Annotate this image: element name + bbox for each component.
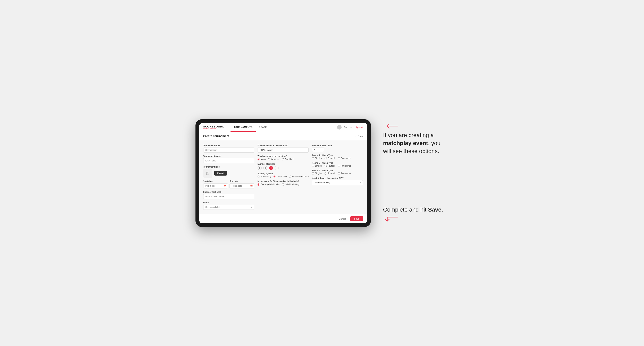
end-date-group: End date 📅 <box>230 180 254 188</box>
round2-fourball-radio[interactable] <box>324 165 327 167</box>
right-column: Maximum Team Size Round 1 - Match Type S… <box>312 145 363 210</box>
gender-womens-radio[interactable] <box>268 158 270 161</box>
sponsor-input[interactable] <box>203 194 254 199</box>
scoring-match[interactable]: Match Play <box>274 175 287 178</box>
tablet-frame: SCOREBOARD Powered by clippt TOURNAMENTS… <box>196 119 371 227</box>
scoring-match-radio[interactable] <box>274 175 276 178</box>
cancel-button[interactable]: Cancel <box>336 216 348 221</box>
gender-mens[interactable]: Mens <box>258 158 266 161</box>
gender-mens-radio[interactable] <box>258 158 260 161</box>
tournament-logo-group: Tournament logo Upload <box>203 166 254 178</box>
svg-point-1 <box>207 173 207 173</box>
scoring-stroke[interactable]: Stroke Play <box>258 175 271 178</box>
round2-foursomes[interactable]: Foursomes <box>338 165 351 167</box>
scoring-medal[interactable]: Medal Match Play <box>289 175 308 178</box>
rounds-group: Number of rounds 1 2 3 4 <box>258 163 308 170</box>
date-row: Start date 📅 End date 📅 <box>203 180 254 188</box>
max-team-label: Maximum Team Size <box>312 145 363 147</box>
gender-womens-label: Womens <box>271 158 279 161</box>
round3-fourball-radio[interactable] <box>324 172 327 174</box>
round2-singles[interactable]: Singles <box>312 165 322 167</box>
arrow-bottom <box>383 215 449 223</box>
round3-fourball-label: Fourball <box>328 172 335 174</box>
round2-match-type: Round 2 - Match Type Singles Fourball <box>312 162 363 167</box>
scoring-medal-radio[interactable] <box>289 175 291 178</box>
teams-individuals[interactable]: Individuals Only <box>282 183 300 185</box>
api-label: Use third-party live scoring API? <box>312 177 363 179</box>
scoring-stroke-label: Stroke Play <box>261 175 271 178</box>
round3-foursomes[interactable]: Foursomes <box>338 172 351 174</box>
scoring-stroke-radio[interactable] <box>258 175 260 178</box>
round2-foursomes-radio[interactable] <box>338 165 340 167</box>
division-label: Which division is the event for? <box>258 145 308 147</box>
round1-foursomes-radio[interactable] <box>338 157 340 159</box>
tournament-name-input[interactable] <box>203 158 254 163</box>
save-button[interactable]: Save <box>350 216 363 221</box>
round3-singles-radio[interactable] <box>312 172 314 174</box>
division-select-wrap: NCAA Division I NCAA Division II NCAA Di… <box>258 148 308 153</box>
round2-singles-radio[interactable] <box>312 165 314 167</box>
round2-label: Round 2 - Match Type <box>312 162 363 164</box>
round3-match-type: Round 3 - Match Type Singles Fourball <box>312 170 363 174</box>
division-select[interactable]: NCAA Division I NCAA Division II NCAA Di… <box>258 148 308 153</box>
tournament-host-label: Tournament Host <box>203 145 254 147</box>
logo-title: SCOREBOARD <box>203 125 224 128</box>
gender-combined-radio[interactable] <box>282 158 284 161</box>
nav-logo: SCOREBOARD Powered by clippt <box>203 125 224 129</box>
round2-foursomes-label: Foursomes <box>341 165 351 167</box>
round1-singles-label: Singles <box>315 157 322 159</box>
round1-foursomes[interactable]: Foursomes <box>338 157 351 159</box>
teams-both-label: Teams (+Individuals) <box>261 183 280 185</box>
round1-fourball[interactable]: Fourball <box>324 157 335 159</box>
round-1[interactable]: 1 <box>258 166 262 170</box>
mid-column: Which division is the event for? NCAA Di… <box>258 145 308 210</box>
teams-individuals-label: Individuals Only <box>285 183 300 185</box>
gender-womens[interactable]: Womens <box>268 158 279 161</box>
round-3[interactable]: 3 <box>269 166 273 170</box>
teams-individuals-radio[interactable] <box>282 183 284 185</box>
calendar-icon-start: 📅 <box>224 185 226 187</box>
round1-label: Round 1 - Match Type <box>312 154 363 157</box>
max-team-group: Maximum Team Size <box>312 145 363 152</box>
upload-button[interactable]: Upload <box>214 171 227 175</box>
round3-singles[interactable]: Singles <box>312 172 322 174</box>
api-close-icon[interactable]: × <box>360 181 361 184</box>
arrow-bottom-svg <box>383 215 400 223</box>
page-title: Create Tournament <box>203 134 229 138</box>
round2-fourball[interactable]: Fourball <box>324 165 335 167</box>
teams-label: Is this event for Teams and/or Individua… <box>258 180 308 182</box>
back-button[interactable]: ← Back <box>355 135 363 137</box>
sponsor-label: Sponsor (optional) <box>203 191 254 193</box>
round1-fourball-radio[interactable] <box>324 157 327 159</box>
round1-singles-radio[interactable] <box>312 157 314 159</box>
round1-options: Singles Fourball Foursomes <box>312 157 363 159</box>
round3-fourball[interactable]: Fourball <box>324 172 335 174</box>
gender-combined[interactable]: Combined <box>282 158 294 161</box>
signout-link[interactable]: Sign out <box>356 126 363 129</box>
tab-teams[interactable]: TEAMS <box>256 123 271 132</box>
api-value: Leaderboard King <box>314 181 330 184</box>
nav-tabs: TOURNAMENTS TEAMS <box>230 123 337 132</box>
teams-both[interactable]: Teams (+Individuals) <box>258 183 280 185</box>
end-date-wrap: 📅 <box>230 183 254 188</box>
round1-fourball-label: Fourball <box>328 157 335 159</box>
round1-singles[interactable]: Singles <box>312 157 322 159</box>
teams-both-radio[interactable] <box>258 183 260 185</box>
nav-bar: SCOREBOARD Powered by clippt TOURNAMENTS… <box>199 123 367 132</box>
max-team-input[interactable] <box>312 148 324 152</box>
round-4[interactable]: 4 <box>275 166 279 170</box>
rounds-selector: 1 2 3 4 <box>258 166 308 170</box>
api-tag: Leaderboard King × <box>312 180 363 185</box>
round3-foursomes-label: Foursomes <box>341 172 351 174</box>
tab-tournaments[interactable]: TOURNAMENTS <box>230 123 256 132</box>
round-2[interactable]: 2 <box>263 166 268 170</box>
form-area: Tournament Host Tournament name Tourname… <box>199 140 367 214</box>
top-annotation-text: If you are creating a matchplay event, y… <box>383 131 449 155</box>
venue-input[interactable] <box>203 205 254 210</box>
tournament-host-input[interactable] <box>203 148 254 153</box>
end-date-label: End date <box>230 180 254 182</box>
top-annotation: If you are creating a matchplay event, y… <box>383 123 449 155</box>
round3-foursomes-radio[interactable] <box>338 172 340 174</box>
venue-group: Venue ▼ <box>203 201 254 210</box>
tournament-name-group: Tournament name <box>203 155 254 163</box>
